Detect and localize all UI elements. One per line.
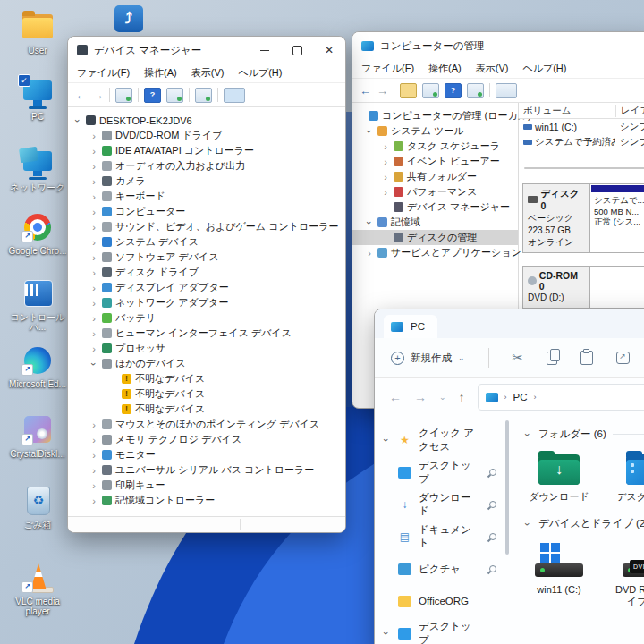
chevron-icon[interactable]: ›: [89, 238, 98, 247]
chevron-icon[interactable]: ›: [89, 284, 98, 292]
cm-title-bar[interactable]: コンピューターの管理: [352, 32, 644, 59]
menu-item[interactable]: ファイル(F): [361, 62, 414, 75]
share-icon[interactable]: [616, 352, 630, 364]
cm-tree-item[interactable]: ›システム ツール: [352, 123, 518, 139]
desktop-icon-chrome[interactable]: ↗ Google Chro...: [5, 211, 70, 256]
device-tree-item[interactable]: ›IDE ATA/ATAPI コントローラー: [68, 143, 345, 158]
folder-tile-desktop[interactable]: デスクトップ: [614, 452, 644, 503]
panel-icon[interactable]: [496, 83, 517, 98]
device-tree-item[interactable]: ›DESKTOP-EK2JDV6: [68, 113, 345, 128]
device-tree-item[interactable]: ›キーボード: [68, 189, 345, 204]
copy-icon[interactable]: [547, 352, 557, 365]
section-folders[interactable]: › フォルダー (6): [523, 428, 644, 441]
device-tree-item[interactable]: ›ヒューマン インターフェイス デバイス: [68, 326, 345, 341]
chevron-icon[interactable]: ›: [89, 436, 98, 445]
desktop-icon-pc[interactable]: ✓ PC: [5, 77, 70, 122]
cut-icon[interactable]: ✂: [513, 350, 524, 366]
device-tree-item[interactable]: ›記憶域コントローラー: [68, 493, 345, 508]
device-tree-item[interactable]: ›ソフトウェア デバイス: [68, 250, 345, 265]
chevron-icon[interactable]: ›: [89, 329, 98, 338]
volume-list-header[interactable]: ボリューム レイア: [519, 103, 644, 119]
back-icon[interactable]: ←: [360, 84, 371, 97]
new-button[interactable]: + 新規作成 ⌄: [391, 352, 465, 365]
chevron-icon[interactable]: ›: [381, 188, 390, 197]
chevron-icon[interactable]: ›: [365, 127, 374, 136]
cdrom-partition[interactable]: [590, 266, 644, 309]
pane-splitter[interactable]: [524, 167, 644, 169]
device-tree-item[interactable]: ›マウスとそのほかのポインティング デバイス: [68, 417, 345, 432]
properties-icon[interactable]: [166, 88, 183, 103]
help-icon[interactable]: ?: [445, 83, 462, 98]
device-tree-item[interactable]: ›バッテリ: [68, 310, 345, 326]
desktop-icon-user[interactable]: User: [5, 11, 70, 55]
forward-icon[interactable]: →: [92, 89, 104, 102]
export-icon[interactable]: [400, 83, 417, 98]
explorer-tab-pc[interactable]: PC: [384, 315, 437, 338]
sidebar-item[interactable]: ›デスクトップ: [375, 617, 505, 644]
chevron-icon[interactable]: ›: [89, 131, 98, 140]
device-tree-item[interactable]: ›プロセッサ: [68, 341, 345, 356]
maximize-button[interactable]: [281, 37, 313, 64]
drive-tile-c[interactable]: win11 (C:): [527, 541, 591, 607]
cm-tree-item[interactable]: ›サービスとアプリケーション: [352, 245, 518, 260]
cm-tree-item[interactable]: ›イベント ビューアー: [352, 154, 518, 169]
desktop-icon-crystaldiskinfo[interactable]: ↗ CrystalDiskI...: [5, 414, 70, 459]
desktop-icon-vlc[interactable]: ↗ VLC media player: [5, 562, 70, 616]
section-drives[interactable]: › デバイスとドライブ (2): [523, 517, 644, 530]
menu-item[interactable]: 操作(A): [428, 62, 462, 75]
desktop-icon-control-panel[interactable]: コントロール パ...: [5, 277, 70, 332]
folder-tile-downloads[interactable]: ↓ ダウンロード: [527, 452, 591, 503]
cm-tree-item[interactable]: ›共有フォルダー: [352, 169, 518, 184]
nav-history-icon[interactable]: ⌄: [439, 393, 446, 402]
chevron-icon[interactable]: ›: [89, 420, 98, 429]
forward-icon[interactable]: →: [377, 84, 388, 97]
device-tree-item[interactable]: ›ディスプレイ アダプター: [68, 280, 345, 295]
help-icon[interactable]: ?: [144, 88, 161, 103]
menu-item[interactable]: ヘルプ(H): [522, 62, 566, 75]
sidebar-scrollbar[interactable]: [505, 415, 511, 644]
chevron-icon[interactable]: ›: [89, 253, 98, 262]
chevron-icon[interactable]: ›: [89, 466, 98, 475]
desktop-icon-recycle-bin[interactable]: ♻ ごみ箱: [5, 485, 70, 530]
chevron-icon[interactable]: ›: [89, 177, 98, 186]
chevron-icon[interactable]: ›: [89, 481, 98, 490]
chevron-icon[interactable]: ›: [365, 249, 374, 258]
breadcrumb-pc[interactable]: PC: [513, 392, 528, 402]
chevron-icon[interactable]: ›: [381, 173, 390, 182]
device-tree-item[interactable]: ›ユニバーサル シリアル バス コントローラー: [68, 462, 345, 478]
chevron-icon[interactable]: ›: [89, 192, 98, 201]
volume-row[interactable]: システムで予約済みシンプ: [519, 134, 644, 149]
menu-item[interactable]: ファイル(F): [77, 66, 130, 80]
chevron-icon[interactable]: ›: [89, 208, 98, 216]
chevron-icon[interactable]: ›: [89, 451, 98, 460]
chevron-icon[interactable]: ›: [523, 520, 532, 529]
chevron-icon[interactable]: ›: [73, 116, 82, 125]
chevron-icon[interactable]: ›: [365, 218, 374, 227]
drive-tile-dvd[interactable]: DVD DVD RW ドライブ (D:): [614, 541, 644, 607]
device-tree-item[interactable]: ›ディスク ドライブ: [68, 265, 345, 280]
console-icon[interactable]: [467, 83, 484, 98]
device-tree-item[interactable]: ›モニター: [68, 447, 345, 462]
desktop-icon-edge[interactable]: ↗ Microsoft Ed...: [5, 344, 70, 389]
device-tree-item[interactable]: ›コンピューター: [68, 204, 345, 219]
desktop-icon-transfer-app[interactable]: ⤴: [97, 4, 161, 36]
chevron-icon[interactable]: ›: [89, 268, 98, 277]
column-volume[interactable]: ボリューム: [519, 105, 616, 117]
chevron-icon[interactable]: ›: [89, 496, 98, 505]
device-tree-item[interactable]: ›サウンド、ビデオ、およびゲーム コントローラー: [68, 219, 345, 234]
disk0-label[interactable]: ディスク 0 ベーシック 223.57 GB オンライン: [522, 183, 590, 253]
sidebar-item[interactable]: ›★クイック アクセス: [375, 424, 505, 456]
remote-icon[interactable]: [224, 88, 245, 103]
close-button[interactable]: ✕: [313, 37, 345, 64]
device-tree-item[interactable]: ›印刷キュー: [68, 478, 345, 493]
nav-up-icon[interactable]: ↑: [459, 390, 465, 404]
paste-icon[interactable]: [580, 351, 593, 365]
chevron-icon[interactable]: ›: [89, 162, 98, 171]
sidebar-item[interactable]: ›OfficeORG: [375, 585, 505, 617]
device-tree-item[interactable]: ›オーディオの入力および出力: [68, 158, 345, 174]
minimize-button[interactable]: [249, 37, 281, 64]
volume-row[interactable]: win11 (C:)シンプ: [519, 119, 644, 134]
sidebar-item[interactable]: ›↓ダウンロード: [375, 488, 505, 521]
nav-back-icon[interactable]: ←: [389, 390, 402, 404]
list-view-icon[interactable]: [115, 88, 132, 103]
